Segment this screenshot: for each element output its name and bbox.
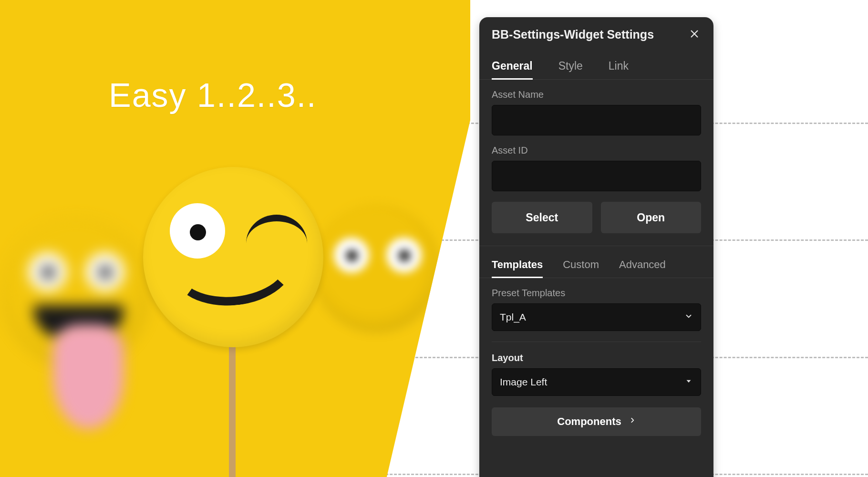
asset-id-input[interactable] bbox=[492, 161, 701, 191]
panel-title: BB-Settings-Widget Settings bbox=[492, 28, 654, 41]
panel-header: BB-Settings-Widget Settings bbox=[479, 17, 713, 46]
tab-templates[interactable]: Templates bbox=[492, 259, 543, 278]
close-icon bbox=[689, 29, 700, 41]
layout-label: Layout bbox=[492, 353, 701, 363]
tab-link[interactable]: Link bbox=[609, 60, 629, 79]
asset-id-label: Asset ID bbox=[492, 145, 701, 156]
triangle-down-icon bbox=[684, 376, 693, 388]
asset-button-row: Select Open bbox=[479, 191, 713, 246]
hero-background: Easy 1..2..3.. bbox=[0, 0, 470, 477]
select-button[interactable]: Select bbox=[492, 202, 592, 233]
chevron-down-icon bbox=[684, 311, 693, 323]
chevron-right-icon bbox=[629, 415, 636, 428]
asset-id-section: Asset ID bbox=[479, 135, 713, 191]
layout-select[interactable]: Image Left bbox=[492, 368, 701, 396]
open-button[interactable]: Open bbox=[601, 202, 702, 233]
layout-section: Layout Image Left bbox=[479, 342, 713, 396]
emoji-blur-right bbox=[315, 205, 439, 329]
preset-templates-select[interactable]: Tpl_A bbox=[492, 303, 701, 331]
tab-general[interactable]: General bbox=[492, 60, 533, 79]
hero-title: Easy 1..2..3.. bbox=[109, 76, 317, 114]
preset-templates-section: Preset Templates Tpl_A bbox=[479, 278, 713, 342]
close-button[interactable] bbox=[688, 28, 701, 41]
primary-tabs: General Style Link bbox=[479, 46, 713, 80]
components-label: Components bbox=[557, 415, 621, 428]
emoji-wink-face bbox=[143, 167, 323, 347]
secondary-tabs: Templates Custom Advanced bbox=[479, 246, 713, 278]
emoji-stick bbox=[229, 324, 236, 477]
asset-name-section: Asset Name bbox=[479, 80, 713, 135]
settings-panel: BB-Settings-Widget Settings General Styl… bbox=[479, 17, 713, 477]
asset-name-input[interactable] bbox=[492, 105, 701, 135]
svg-marker-2 bbox=[687, 380, 691, 383]
emoji-tongue bbox=[52, 324, 124, 429]
layout-value: Image Left bbox=[500, 376, 547, 388]
hero-image-area: Easy 1..2..3.. bbox=[0, 0, 470, 477]
stage: Easy 1..2..3.. BB-Settings-Widget Settin… bbox=[0, 0, 868, 477]
tab-advanced[interactable]: Advanced bbox=[619, 259, 666, 278]
preset-templates-value: Tpl_A bbox=[500, 311, 526, 323]
components-button[interactable]: Components bbox=[492, 407, 701, 436]
asset-name-label: Asset Name bbox=[492, 89, 701, 100]
tab-style[interactable]: Style bbox=[558, 60, 583, 79]
tab-custom[interactable]: Custom bbox=[563, 259, 599, 278]
preset-templates-label: Preset Templates bbox=[492, 288, 701, 299]
